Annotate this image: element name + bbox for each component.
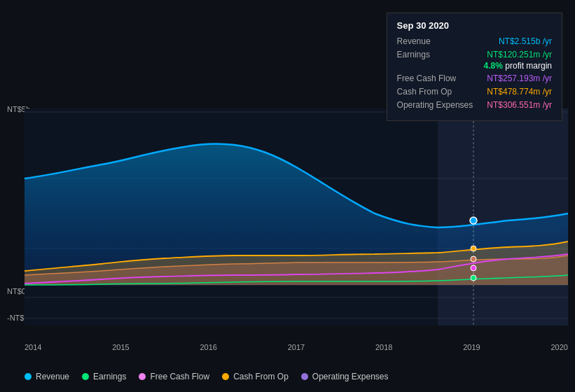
chart-svg <box>25 108 568 326</box>
chart-legend: Revenue Earnings Free Cash Flow Cash Fro… <box>25 372 389 382</box>
legend-opex[interactable]: Operating Expenses <box>301 372 389 382</box>
x-label-2018: 2018 <box>375 343 392 351</box>
tooltip-row-revenue: Revenue NT$2.515b /yr <box>397 36 552 46</box>
svg-point-12 <box>471 246 476 251</box>
legend-dot-fcf <box>139 373 146 380</box>
legend-dot-earnings <box>82 373 89 380</box>
tooltip-row-opex: Operating Expenses NT$306.551m /yr <box>397 100 552 110</box>
profit-margin-label: 4.8% profit margin <box>397 61 552 71</box>
x-label-2015: 2015 <box>112 343 129 351</box>
tooltip-panel: Sep 30 2020 Revenue NT$2.515b /yr Earnin… <box>387 13 562 121</box>
tooltip-row-earnings: Earnings NT$120.251m /yr <box>397 50 552 59</box>
tooltip-label-cashfromop: Cash From Op <box>397 87 452 97</box>
y-axis-zero-label: NT$0 <box>7 287 26 295</box>
legend-fcf[interactable]: Free Cash Flow <box>139 372 209 382</box>
legend-label-opex: Operating Expenses <box>312 372 389 382</box>
legend-dot-cashfromop <box>222 373 229 380</box>
tooltip-value-revenue: NT$2.515b /yr <box>499 36 552 46</box>
x-label-2019: 2019 <box>463 343 480 351</box>
tooltip-label-earnings: Earnings <box>397 50 430 59</box>
legend-label-cashfromop: Cash From Op <box>233 372 289 382</box>
tooltip-value-cashfromop: NT$478.774m /yr <box>487 87 552 97</box>
legend-dot-opex <box>301 373 308 380</box>
tooltip-label-opex: Operating Expenses <box>397 100 473 110</box>
tooltip-label-fcf: Free Cash Flow <box>397 74 457 83</box>
legend-label-revenue: Revenue <box>36 372 69 382</box>
legend-revenue[interactable]: Revenue <box>25 372 69 382</box>
legend-earnings[interactable]: Earnings <box>82 372 126 382</box>
tooltip-value-fcf: NT$257.193m /yr <box>487 74 552 83</box>
svg-point-13 <box>471 256 476 262</box>
tooltip-row-fcf: Free Cash Flow NT$257.193m /yr <box>397 74 552 83</box>
legend-dot-revenue <box>25 373 32 380</box>
x-label-2016: 2016 <box>200 343 217 351</box>
tooltip-label-revenue: Revenue <box>397 36 431 46</box>
tooltip-value-opex: NT$306.551m /yr <box>487 100 552 110</box>
legend-cashfromop[interactable]: Cash From Op <box>222 372 289 382</box>
x-label-2020: 2020 <box>551 343 568 351</box>
tooltip-value-earnings: NT$120.251m /yr <box>487 50 552 59</box>
profit-margin-value: 4.8% <box>484 61 503 71</box>
x-label-2017: 2017 <box>288 343 305 351</box>
svg-point-9 <box>470 217 477 224</box>
x-axis-labels: 2014 2015 2016 2017 2018 2019 2020 <box>25 343 568 351</box>
svg-point-10 <box>471 275 476 281</box>
x-label-2014: 2014 <box>25 343 41 351</box>
svg-point-11 <box>471 265 476 271</box>
legend-label-fcf: Free Cash Flow <box>150 372 209 382</box>
legend-label-earnings: Earnings <box>93 372 126 382</box>
tooltip-date: Sep 30 2020 <box>397 20 552 31</box>
tooltip-row-cashfromop: Cash From Op NT$478.774m /yr <box>397 87 552 97</box>
